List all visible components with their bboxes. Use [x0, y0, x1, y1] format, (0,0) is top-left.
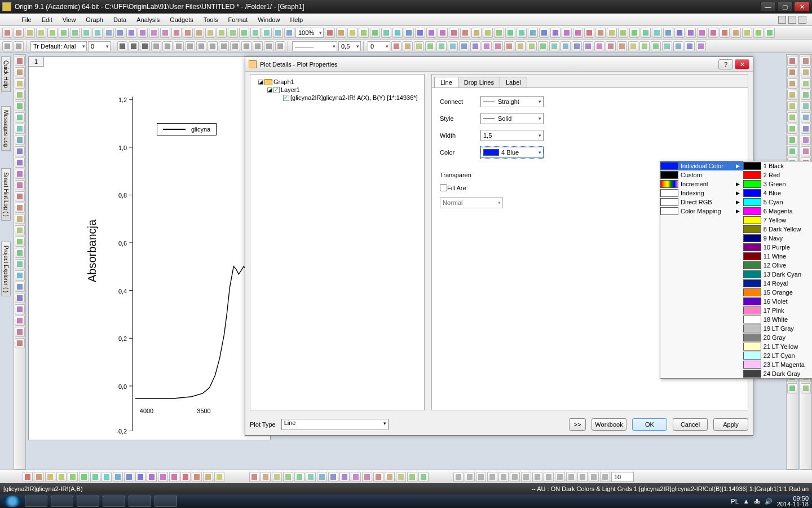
plot-type-btn[interactable] — [68, 472, 78, 482]
toolbar-btn[interactable] — [471, 28, 482, 38]
color-select[interactable]: 4 Blue — [480, 147, 544, 158]
tool-btn[interactable] — [801, 56, 811, 66]
color-list-item[interactable]: 16 Violet — [743, 297, 812, 306]
toolbar-btn[interactable] — [607, 28, 617, 38]
toolbar-btn[interactable] — [92, 28, 103, 38]
apply-button[interactable]: Apply — [713, 418, 748, 431]
plot-type-btn[interactable] — [294, 472, 304, 482]
connect-select[interactable]: Straight — [480, 96, 544, 107]
bold-button[interactable] — [117, 41, 127, 51]
tool-btn[interactable] — [15, 169, 25, 179]
toolbar-btn[interactable] — [539, 28, 549, 38]
font-combo[interactable]: Tr Default: Arial — [30, 41, 87, 51]
toolbar-btn[interactable] — [415, 28, 425, 38]
toolbar-btn[interactable] — [505, 28, 515, 38]
color-list-item[interactable]: 6 Magenta — [743, 207, 812, 216]
tool-btn[interactable] — [15, 90, 25, 100]
plot-type-btn[interactable] — [214, 472, 224, 482]
toolbar-btn[interactable] — [196, 41, 206, 51]
color-mode-item[interactable]: Color Mapping▶ — [660, 207, 743, 216]
toolbar-btn[interactable] — [483, 28, 493, 38]
toolbar-btn[interactable] — [562, 28, 572, 38]
toolbar-btn[interactable] — [753, 28, 764, 38]
linewidth-combo[interactable]: 0,5 — [338, 41, 361, 51]
color-mode-item[interactable]: Direct RGB▶ — [660, 198, 743, 207]
close-button[interactable]: ✕ — [794, 2, 810, 12]
toolbar-btn[interactable] — [174, 41, 184, 51]
toolbar-btn[interactable] — [194, 28, 204, 38]
plot-type-btn[interactable] — [328, 472, 338, 482]
menu-file[interactable]: File — [17, 15, 36, 24]
plottype-select[interactable]: Line — [281, 419, 389, 430]
color-list-item[interactable]: 5 Cyan — [743, 198, 812, 207]
plot-type-btn[interactable] — [396, 472, 406, 482]
toolbar-btn[interactable] — [493, 41, 503, 51]
plot-type-btn[interactable] — [180, 472, 191, 482]
plot-type-btn[interactable] — [418, 472, 429, 482]
plot-type-btn[interactable] — [90, 472, 100, 482]
toolbar-btn[interactable] — [470, 41, 480, 51]
tool-btn[interactable] — [787, 78, 797, 89]
color-list-item[interactable]: 4 Blue — [743, 189, 812, 198]
toolbar-btn[interactable] — [765, 28, 775, 38]
menu-view[interactable]: View — [58, 15, 81, 24]
toolbar-btn[interactable] — [527, 41, 537, 51]
toolbar-btn[interactable] — [583, 41, 593, 51]
tool-btn[interactable] — [801, 383, 811, 393]
layout-btn[interactable] — [544, 472, 554, 482]
tray-flag-icon[interactable]: ▲ — [743, 498, 749, 505]
color-list-item[interactable]: 7 Yellow — [743, 216, 812, 225]
sidetab-hintlog[interactable]: Smart Hint Log ( ) — [1, 168, 11, 221]
layout-btn[interactable] — [465, 472, 475, 482]
toolbar-btn[interactable] — [504, 41, 514, 51]
color-list-item[interactable]: 1 Black — [743, 161, 812, 170]
toolbar-btn[interactable] — [241, 41, 251, 51]
toolbar-btn[interactable] — [275, 41, 285, 51]
toolbar-btn[interactable] — [628, 41, 638, 51]
tool-btn[interactable] — [15, 259, 25, 269]
tool-btn[interactable] — [801, 146, 811, 156]
color-mode-item[interactable]: Increment▶ — [660, 179, 743, 189]
toolbar-btn[interactable] — [228, 28, 238, 38]
toolbar-btn[interactable] — [708, 28, 718, 38]
tool-btn[interactable] — [15, 146, 25, 156]
toolbar-btn[interactable] — [14, 28, 24, 38]
color-list-item[interactable]: 3 Green — [743, 179, 812, 189]
toolbar-btn[interactable] — [138, 28, 148, 38]
tool-btn[interactable] — [787, 67, 797, 77]
fillarea-checkbox[interactable] — [440, 184, 447, 191]
color-list-item[interactable]: 2 Red — [743, 170, 812, 179]
toolbar-btn[interactable] — [208, 41, 218, 51]
toolbar-btn[interactable] — [126, 28, 136, 38]
plot-type-btn[interactable] — [56, 472, 67, 482]
toolbar-btn[interactable] — [185, 41, 195, 51]
bottom-combo[interactable]: 10 — [611, 472, 634, 482]
tool-btn[interactable] — [787, 56, 797, 66]
plot-type-btn[interactable] — [407, 472, 417, 482]
toolbar-btn[interactable] — [183, 28, 193, 38]
color-list-item[interactable]: 14 Royal — [743, 279, 812, 288]
color-list-item[interactable]: 20 Gray — [743, 333, 812, 342]
toolbar-btn[interactable] — [448, 41, 458, 51]
width-select[interactable]: 1,5 — [480, 130, 544, 141]
plot-type-btn[interactable] — [158, 472, 168, 482]
color-list-item[interactable]: 10 Purple — [743, 243, 812, 252]
mdi-close[interactable] — [798, 16, 806, 24]
toolbar-btn[interactable] — [336, 28, 346, 38]
toolbar-btn[interactable] — [584, 28, 594, 38]
tool-btn[interactable] — [15, 67, 25, 77]
toolbar-btn[interactable] — [618, 28, 628, 38]
tree-toggle[interactable]: ◢ — [267, 87, 272, 93]
tool-btn[interactable] — [787, 101, 797, 111]
tool-btn[interactable] — [15, 157, 25, 168]
tool-btn[interactable] — [787, 112, 797, 122]
color-list-item[interactable]: 13 Dark Cyan — [743, 270, 812, 279]
tray-lang[interactable]: PL — [731, 498, 738, 505]
plot-type-btn[interactable] — [249, 472, 259, 482]
toolbar-btn[interactable] — [160, 28, 170, 38]
color-list-item[interactable]: 21 LT Yellow — [743, 342, 812, 351]
toolbar-btn[interactable] — [629, 28, 639, 38]
toolbar-btn[interactable] — [2, 41, 12, 51]
toolbar-btn[interactable] — [262, 28, 272, 38]
toolbar-btn[interactable] — [404, 28, 414, 38]
